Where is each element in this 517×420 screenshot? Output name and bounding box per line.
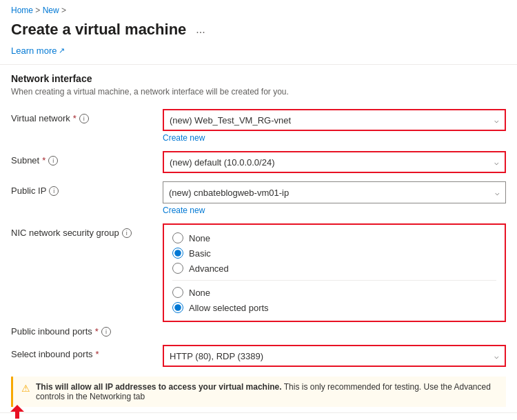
nic-security-info-icon[interactable]: i [122,228,132,238]
breadcrumb-new[interactable]: New [43,6,59,15]
public-ip-info-icon[interactable]: i [49,186,59,196]
breadcrumb-sep2: > [61,6,66,15]
select-inbound-label: Select inbound ports * [11,345,163,359]
arrow-indicator [7,401,28,420]
virtual-network-dropdown-wrapper: (new) Web_Test_VM_RG-vnet ⌵ [163,109,506,131]
section-divider [0,64,517,65]
dropdown-arrow-icon: ⌵ [494,116,499,125]
select-inbound-control: HTTP (80), RDP (3389) ⌵ [163,345,506,367]
nic-basic-radio[interactable] [172,248,183,259]
virtual-network-info-icon[interactable]: i [79,114,89,123]
virtual-network-create-new[interactable]: Create new [163,133,506,143]
ellipsis-button[interactable]: ... [192,22,209,37]
inbound-ports-dropdown[interactable]: HTTP (80), RDP (3389) ⌵ [163,345,506,367]
footer: Review + create < Previous Next : Manage… [0,412,517,420]
nic-security-group-label: NIC network security group i [11,223,163,238]
virtual-network-label: Virtual network * i [11,109,163,123]
subnet-value: (new) default (10.0.0.0/24) [170,157,274,168]
learn-more-link[interactable]: Learn more ↗ [11,46,65,56]
warning-box: ⚠ This will allow all IP addresses to ac… [11,377,506,407]
virtual-network-row: Virtual network * i (new) Web_Test_VM_RG… [0,105,517,147]
public-ip-row: Public IP i (new) cnbateblogweb-vm01-ip … [0,177,517,219]
external-link-icon: ↗ [59,46,65,55]
page-title: Create a virtual machine [11,21,186,39]
nic-advanced-radio[interactable] [172,263,183,274]
public-ip-value: (new) cnbateblogweb-vm01-ip [169,188,289,198]
subnet-dropdown-wrapper: (new) default (10.0.0.0/24) ⌵ [163,151,506,173]
nic-security-group-control: None Basic Advanced None Allow selected … [163,223,506,322]
nic-basic-label: Basic [189,248,211,259]
learn-more-row: Learn more ↗ [0,46,517,61]
public-ip-control: (new) cnbateblogweb-vm01-ip ⌵ Create new [163,181,506,215]
virtual-network-value: (new) Web_Test_VM_RG-vnet [170,115,291,126]
inbound-ports-dropdown-wrapper: HTTP (80), RDP (3389) ⌵ [163,345,506,367]
nic-advanced-label: Advanced [189,263,229,274]
subnet-label: Subnet * i [11,151,163,166]
subnet-control: (new) default (10.0.0.0/24) ⌵ [163,151,506,173]
ports-none-radio[interactable] [172,287,183,298]
select-inbound-ports-row: Select inbound ports * HTTP (80), RDP (3… [0,341,517,371]
inbound-ports-value: HTTP (80), RDP (3389) [170,351,263,361]
public-ip-create-new[interactable]: Create new [163,206,506,215]
public-ip-dropdown[interactable]: (new) cnbateblogweb-vm01-ip ⌵ [163,181,506,203]
public-ip-label: Public IP i [11,181,163,196]
radio-divider [172,280,496,281]
virtual-network-control: (new) Web_Test_VM_RG-vnet ⌵ Create new [163,109,506,143]
virtual-network-dropdown[interactable]: (new) Web_Test_VM_RG-vnet ⌵ [163,109,506,131]
inbound-required-asterisk: * [96,349,99,359]
nic-none-label: None [189,233,210,243]
page-title-row: Create a virtual machine ... [0,18,517,46]
network-section-desc: When creating a virtual machine, a netwo… [0,87,517,105]
public-inbound-label: Public inbound ports * i [11,326,163,337]
svg-marker-0 [10,405,24,419]
subnet-info-icon[interactable]: i [48,156,58,166]
public-ip-dropdown-wrapper: (new) cnbateblogweb-vm01-ip ⌵ [163,181,506,203]
network-section-title: Network interface [0,68,517,87]
warning-icon: ⚠ [21,383,30,394]
inbound-ports-arrow-icon: ⌵ [494,352,499,361]
learn-more-text: Learn more [11,46,57,56]
combined-radio-box: None Basic Advanced None Allow selected … [163,223,506,322]
subnet-dropdown[interactable]: (new) default (10.0.0.0/24) ⌵ [163,151,506,173]
breadcrumb: Home > New > [0,0,517,18]
ports-allow-label: Allow selected ports [189,303,269,313]
breadcrumb-home[interactable]: Home [11,6,33,15]
nic-basic-option[interactable]: Basic [172,246,496,261]
nic-advanced-option[interactable]: Advanced [172,261,496,276]
required-asterisk: * [73,113,77,123]
nic-none-radio[interactable] [172,232,183,243]
public-ip-dropdown-arrow-icon: ⌵ [495,188,500,197]
down-arrow-icon [7,401,28,420]
nic-none-option[interactable]: None [172,230,496,246]
ports-allow-option[interactable]: Allow selected ports [172,300,496,315]
ports-allow-radio[interactable] [172,302,183,313]
public-inbound-info-icon[interactable]: i [101,327,111,337]
ports-required-asterisk: * [95,326,99,337]
subnet-dropdown-arrow-icon: ⌵ [494,158,499,167]
public-inbound-ports-label-row: Public inbound ports * i [0,326,517,341]
ports-none-label: None [189,288,210,298]
subnet-required-asterisk: * [42,155,45,166]
nic-security-group-row: NIC network security group i None Basic … [0,219,517,326]
ports-none-option[interactable]: None [172,285,496,300]
breadcrumb-sep1: > [35,6,42,15]
subnet-row: Subnet * i (new) default (10.0.0.0/24) ⌵ [0,147,517,177]
warning-text: This will allow all IP addresses to acce… [36,382,498,401]
